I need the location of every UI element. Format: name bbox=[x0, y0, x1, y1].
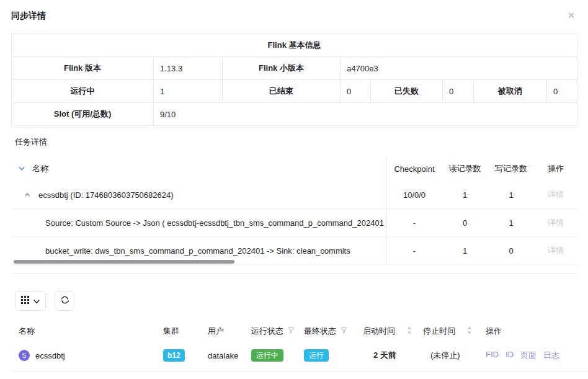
row-actions: FID ID 页面 日志 bbox=[486, 350, 588, 361]
detail-link[interactable]: 详情 bbox=[548, 190, 564, 199]
running-label: 运行中 bbox=[12, 80, 154, 103]
task-details-title: 任务详情 bbox=[15, 136, 47, 148]
jobs-table: 名称 集群 用户 运行状态 最终状态 启动时间 bbox=[0, 323, 588, 372]
col-final-status-label: 最终状态 bbox=[304, 326, 336, 337]
col-name: 名称 bbox=[19, 326, 163, 337]
start-time: 2 天前 bbox=[363, 350, 423, 361]
failed-value: 0 bbox=[443, 80, 474, 103]
col-checkpoint: Checkpoint bbox=[386, 164, 442, 174]
col-start-time[interactable]: 启动时间 bbox=[363, 326, 423, 337]
col-name: 名称 bbox=[32, 163, 48, 174]
filter-icon[interactable] bbox=[288, 326, 295, 336]
flink-info-table: Flink 基本信息 Flink 版本 1.13.3 Flink 小版本 a47… bbox=[11, 33, 577, 126]
fixed-column-divider bbox=[386, 156, 387, 264]
task-write-count: 1 bbox=[488, 218, 535, 228]
task-details-table: 名称 Checkpoint 读记录数 写记录数 操作 ecssdbtj (ID:… bbox=[11, 156, 577, 274]
task-table-header: 名称 Checkpoint 读记录数 写记录数 操作 bbox=[11, 156, 577, 181]
final-status-badge: 运行 bbox=[304, 349, 329, 362]
col-write-count: 写记录数 bbox=[488, 163, 535, 174]
col-cluster: 集群 bbox=[163, 326, 208, 337]
col-stop-time[interactable]: 停止时间 bbox=[423, 326, 486, 337]
slot-value: 9/10 bbox=[154, 103, 577, 126]
id-link[interactable]: ID bbox=[506, 350, 514, 361]
jobs-table-header: 名称 集群 用户 运行状态 最终状态 启动时间 bbox=[0, 323, 588, 339]
sorter-icon[interactable] bbox=[407, 326, 412, 336]
refresh-button[interactable] bbox=[55, 291, 74, 311]
flink-minor-version-value: a4700e3 bbox=[341, 57, 577, 80]
slot-label: Slot (可用/总数) bbox=[12, 103, 154, 126]
horizontal-scrollbar[interactable] bbox=[14, 260, 234, 264]
table-row: ecssdbtj (ID: 1746803603750682624) 10/0/… bbox=[11, 181, 577, 209]
col-read-count: 读记录数 bbox=[442, 163, 488, 174]
table-toolbar bbox=[15, 291, 74, 311]
avatar: S bbox=[19, 350, 30, 361]
col-final-status[interactable]: 最终状态 bbox=[304, 326, 363, 337]
chevron-down-icon[interactable] bbox=[18, 165, 25, 172]
grid-icon bbox=[21, 295, 29, 306]
page-link[interactable]: 页面 bbox=[520, 350, 537, 361]
detail-link[interactable]: 详情 bbox=[548, 246, 564, 255]
finished-value: 0 bbox=[341, 80, 371, 103]
canceled-label: 被取消 bbox=[474, 80, 547, 103]
task-write-count: 0 bbox=[488, 246, 535, 256]
flink-version-value: 1.13.3 bbox=[154, 57, 223, 80]
failed-label: 已失败 bbox=[371, 80, 443, 103]
job-user: datalake bbox=[208, 351, 251, 360]
col-action: 操作 bbox=[486, 326, 588, 337]
finished-label: 已结束 bbox=[223, 80, 341, 103]
cluster-badge: b12 bbox=[163, 349, 185, 362]
task-checkpoint: 10/0/0 bbox=[386, 190, 442, 200]
run-status-badge: 运行中 bbox=[251, 349, 283, 362]
col-action: 操作 bbox=[535, 163, 577, 174]
modal-title: 同步详情 bbox=[11, 11, 46, 22]
detail-link[interactable]: 详情 bbox=[548, 218, 564, 227]
column-settings-button[interactable] bbox=[15, 291, 46, 311]
task-name: Source: Custom Source -> Json ( ecssdbtj… bbox=[45, 218, 386, 228]
stop-time: (未停止) bbox=[423, 350, 486, 361]
close-icon[interactable]: ✕ bbox=[564, 9, 578, 22]
task-read-count: 0 bbox=[442, 218, 488, 228]
table-row: S ecssdbtj b12 datalake 运行中 运行 2 天前 (未停止… bbox=[11, 339, 588, 372]
col-stop-time-label: 停止时间 bbox=[423, 326, 455, 337]
sorter-icon[interactable] bbox=[467, 326, 472, 336]
col-user: 用户 bbox=[208, 326, 251, 337]
task-checkpoint: - bbox=[386, 218, 442, 228]
col-run-status[interactable]: 运行状态 bbox=[251, 326, 304, 337]
flink-version-label: Flink 版本 bbox=[12, 57, 154, 80]
task-read-count: 1 bbox=[442, 190, 488, 200]
log-link[interactable]: 日志 bbox=[543, 350, 559, 361]
task-checkpoint: - bbox=[386, 246, 442, 256]
job-name: ecssdbtj bbox=[35, 351, 65, 360]
task-name: bucket_write: dws_tbn_sms_command_p_comm… bbox=[45, 246, 350, 256]
task-write-count: 1 bbox=[488, 190, 535, 200]
flink-info-title: Flink 基本信息 bbox=[12, 34, 577, 57]
col-start-time-label: 启动时间 bbox=[363, 326, 395, 337]
fid-link[interactable]: FID bbox=[486, 350, 499, 361]
chevron-up-icon[interactable] bbox=[24, 191, 31, 198]
refresh-icon bbox=[60, 295, 69, 307]
chevron-down-icon bbox=[33, 295, 40, 306]
canceled-value: 0 bbox=[547, 80, 577, 103]
task-read-count: 1 bbox=[442, 246, 488, 256]
task-name: ecssdbtj (ID: 1746803603750682624) bbox=[38, 190, 174, 200]
running-value: 1 bbox=[154, 80, 223, 103]
table-row: Source: Custom Source -> Json ( ecssdbtj… bbox=[11, 209, 577, 237]
col-run-status-label: 运行状态 bbox=[251, 326, 283, 337]
flink-minor-version-label: Flink 小版本 bbox=[223, 57, 341, 80]
filter-icon[interactable] bbox=[341, 326, 347, 336]
